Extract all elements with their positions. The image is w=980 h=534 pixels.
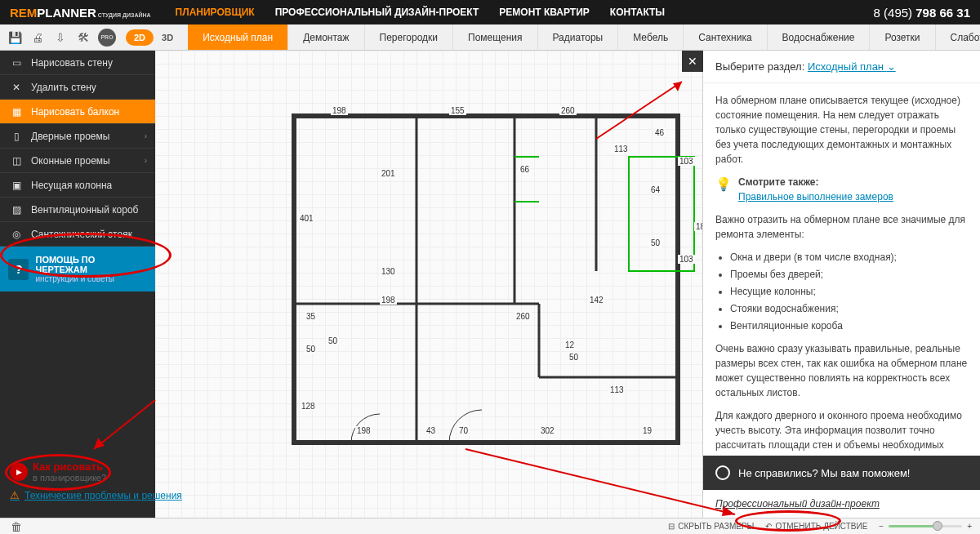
help-cta-button[interactable]: Не справились? Мы вам поможем! [703,456,980,490]
help-para: Очень важно сразу указывать правильные, … [715,341,968,400]
help-link-measurements[interactable]: Правильное выполнение замеров [738,191,893,202]
dim-label: 401 [298,214,315,223]
door-icon: ▯ [8,130,24,143]
trash-icon[interactable]: 🗑 [8,518,24,535]
tab-water[interactable]: Водоснабжение [768,24,871,50]
dim-label: 50 [305,345,317,354]
dim-label: 113 [608,385,626,394]
dim-label: 50 [568,353,580,362]
save-icon[interactable]: 💾 [7,29,23,46]
tool-draw-balcony[interactable]: ▦Нарисовать балкон [0,100,155,124]
help-design-link[interactable]: Профессиональный дизайн-проект [703,490,980,518]
view-3d-button[interactable]: 3D [154,29,181,46]
zoom-in-icon[interactable]: + [967,522,972,531]
floorplan-drawing [286,108,710,459]
tool-draw-wall[interactable]: ▭Нарисовать стену [0,51,155,75]
dim-label: 302 [539,426,556,435]
dim-label: 19 [641,426,653,435]
print-icon[interactable]: 🖨 [29,29,46,46]
tool-column[interactable]: ▣Несущая колонна [0,173,155,198]
zoom-out-icon[interactable]: − [879,522,884,531]
bulb-icon: 💡 [715,175,732,194]
balcony-icon: ▦ [8,105,24,118]
logo[interactable]: REM PLANNER СТУДИЯ ДИЗАЙНА [10,6,151,20]
help-title: ПОМОЩЬ ПО ЧЕРТЕЖАМ [35,255,147,274]
export-icon[interactable]: ⇩ [52,29,69,46]
dim-label: 201 [380,169,397,178]
help-para: Для каждого дверного и оконного проема н… [715,408,968,456]
logo-rem: REM [10,6,37,20]
undo-button[interactable]: ↶ ОТМЕНИТЬ ДЕЙСТВИЕ [765,522,867,531]
tab-rooms[interactable]: Помещения [453,24,537,50]
main-nav: ПЛАНИРОВЩИК ПРОФЕССИОНАЛЬНЫЙ ДИЗАЙН-ПРОЕ… [176,7,665,18]
tool-doors[interactable]: ▯Дверные проемы› [0,124,155,149]
phone: 8 (495) 798 66 31 [874,6,970,20]
dim-label: 198 [355,426,372,435]
dim-label: 128 [300,402,317,411]
tech-problems-link[interactable]: ⚠ Технические проблемы и решения [10,489,182,501]
dim-label: 103 [678,157,695,166]
tab-sockets[interactable]: Розетки [870,24,935,50]
tool-windows[interactable]: ◫Оконные проемы› [0,149,155,173]
dim-label: 43 [425,426,437,435]
dim-label: 50 [327,336,339,345]
tools-icon[interactable]: 🛠 [75,29,91,46]
dim-label: 130 [380,267,397,276]
tab-radiators[interactable]: Радиаторы [538,24,619,50]
view-2d-button[interactable]: 2D [126,29,154,46]
dim-label: 155 [449,106,466,115]
tool-delete-wall[interactable]: ✕Удалить стену [0,75,155,100]
tab-furniture[interactable]: Мебель [618,24,684,50]
dim-label: 35 [305,312,317,321]
dim-label: 46 [653,128,666,137]
tool-vent[interactable]: ▨Вентиляционный короб [0,198,155,222]
question-icon: ? [8,259,29,280]
dim-label: 113 [612,145,630,154]
help-para: Важно отразить на обмерном плане все зна… [715,212,968,242]
tab-demolition[interactable]: Демонтаж [288,24,364,50]
help-section-dropdown[interactable]: Исходный план ⌄ [808,60,896,73]
help-panel-button[interactable]: ? ПОМОЩЬ ПО ЧЕРТЕЖАМ инструкции и советы [0,247,155,291]
nav-planner[interactable]: ПЛАНИРОВЩИК [176,7,255,18]
help-subtitle: инструкции и советы [35,274,147,283]
dim-label: 12 [564,340,576,349]
dim-label: 103 [678,255,695,264]
play-icon: ▶ [10,463,28,481]
tab-lowvoltage[interactable]: Слаботочка [936,24,980,50]
dim-label: 260 [559,106,577,115]
dim-label: 198 [380,296,397,305]
logo-subtitle: СТУДИЯ ДИЗАЙНА [98,12,151,18]
dim-label: 50 [649,238,662,247]
help-section-selector: Выберите раздел: Исходный план ⌄ [703,51,980,83]
tab-plumbing[interactable]: Сантехника [684,24,767,50]
window-icon: ◫ [8,154,24,167]
undo-icon: ↶ [765,522,772,531]
close-help-button[interactable]: ✕ [682,51,703,72]
riser-icon: ◎ [8,228,24,241]
dim-label: 260 [514,312,532,321]
warning-icon: ⚠ [10,489,20,501]
dim-label: 142 [588,296,605,305]
column-icon: ▣ [8,179,24,192]
video-tutorial-link[interactable]: ▶ Как рисовать в планировщике? [10,461,182,483]
zoom-slider[interactable]: − + [879,522,972,531]
chevron-right-icon: › [145,156,147,165]
tool-riser[interactable]: ◎Сантехнический стояк [0,222,155,247]
dim-label: 64 [649,185,662,194]
toolbar: 💾 🖨 ⇩ 🛠 PRO 2D 3D Исходный план Демонтаж… [0,24,980,51]
tab-source-plan[interactable]: Исходный план [188,24,288,50]
vent-icon: ▨ [8,203,24,216]
chevron-down-icon: ⌄ [887,60,896,73]
nav-design[interactable]: ПРОФЕССИОНАЛЬНЫЙ ДИЗАЙН-ПРОЕКТ [275,7,479,18]
help-para: На обмерном плане описывается текущее (и… [715,93,968,167]
hide-dimensions-button[interactable]: ⊟ СКРЫТЬ РАЗМЕРЫ [668,522,754,531]
svg-rect-8 [629,157,694,271]
help-bullet-list: Окна и двери (в том числе входная); Прое… [730,250,968,333]
tab-partitions[interactable]: Перегородки [365,24,453,50]
tools-panel: ▭Нарисовать стену ✕Удалить стену ▦Нарисо… [0,51,155,518]
dim-label: 70 [457,426,470,435]
chevron-right-icon: › [145,131,147,140]
nav-repair[interactable]: РЕМОНТ КВАРТИР [499,7,590,18]
pro-badge[interactable]: PRO [98,29,116,47]
nav-contacts[interactable]: КОНТАКТЫ [610,7,665,18]
